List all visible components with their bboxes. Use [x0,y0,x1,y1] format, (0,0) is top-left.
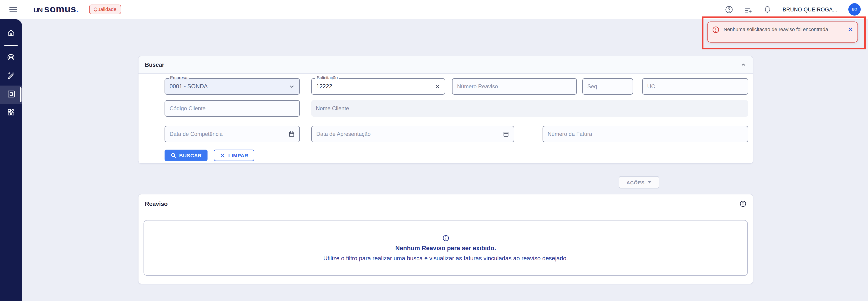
codigo-cliente-placeholder: Código Cliente [169,105,206,112]
empresa-value: 0001 - SONDA [169,83,208,90]
empty-state-subtitle: Utilize o filtro para realizar uma busca… [323,254,568,262]
brand-dot: . [76,3,79,14]
reaviso-panel: Reaviso Nenhum Reaviso para ser exibido.… [138,194,753,284]
main-content: Consulta/Manutenção de Reavisos Buscar E… [22,19,868,301]
brand-text: somus [44,3,76,14]
home-icon [7,29,15,39]
help-icon[interactable] [725,5,734,13]
user-name[interactable]: BRUNO QUEIROGA... [783,7,837,12]
sidebar-item-magic-wand[interactable] [0,67,22,86]
data-apresentacao-placeholder: Data de Apresentação [316,131,371,137]
limpar-button-label: LIMPAR [228,153,248,158]
solicitacao-value: 12222 [316,83,332,90]
sidebar-item-home[interactable] [0,25,22,43]
clear-x-icon [220,153,225,158]
clear-icon[interactable] [435,84,440,89]
app: un somus . Qualidade BRUNO QUEIROGA... B… [0,0,868,301]
note-add-icon[interactable] [744,5,752,13]
toast-close-icon[interactable]: ✕ [848,27,853,32]
magic-wand-icon [7,71,15,82]
seq-input[interactable]: Seq. [582,78,633,95]
codigo-cliente-input[interactable]: Código Cliente [164,100,300,117]
broadcast-icon [7,53,15,63]
toast-message: Nenhuma solicitacao de reaviso foi encon… [723,26,832,33]
limpar-button[interactable]: LIMPAR [214,150,254,161]
notifications-icon[interactable] [764,5,772,13]
info-icon[interactable] [740,200,746,207]
nome-cliente-placeholder: Nome Cliente [316,105,349,112]
solicitacao-label: Solicitação [315,76,339,80]
uc-input[interactable]: UC [642,78,748,95]
numero-fatura-input[interactable]: Número da Fatura [542,126,748,142]
sidebar-item-apps[interactable] [0,104,22,122]
empresa-label: Empresa [169,76,189,80]
buscar-button-label: BUSCAR [179,153,202,158]
calendar-icon[interactable] [288,131,295,137]
chevron-down-icon[interactable] [289,84,295,89]
calendar-icon[interactable] [503,131,509,137]
data-apresentacao-input[interactable]: Data de Apresentação [311,126,514,142]
apps-icon [7,108,15,118]
reaviso-panel-title: Reaviso [145,200,168,207]
numero-reaviso-placeholder: Número Reaviso [457,83,498,90]
data-competencia-input[interactable]: Data de Competência [164,126,300,142]
seq-placeholder: Seq. [587,83,598,90]
empresa-select[interactable]: Empresa 0001 - SONDA [164,78,300,95]
sidebar-nav [0,19,22,301]
chevron-up-icon[interactable] [741,62,746,68]
info-icon [442,235,449,241]
acoes-dropdown-button[interactable]: AÇÕES [619,176,659,188]
avatar[interactable]: BQ [848,3,861,16]
search-icon [170,152,177,158]
error-icon [712,26,719,33]
sidebar-item-broadcast[interactable] [0,49,22,67]
sidebar-divider [4,45,18,46]
data-competencia-placeholder: Data de Competência [169,131,223,137]
caret-down-icon [648,181,652,183]
environment-badge: Qualidade [89,5,121,14]
brand-logo: un somus . [33,3,79,15]
reaviso-empty-state: Nenhum Reaviso para ser exibido. Utilize… [144,220,748,276]
search-panel-header[interactable]: Buscar [138,56,753,73]
buscar-button[interactable]: BUSCAR [164,150,208,161]
numero-fatura-placeholder: Número da Fatura [548,131,592,137]
search-panel-title: Buscar [145,62,164,68]
brand-glyph: un [33,3,42,15]
hamburger-menu-icon[interactable] [9,5,18,14]
numero-reaviso-input[interactable]: Número Reaviso [452,78,577,95]
search-panel: Buscar Empresa 0001 - SONDA Solicitação … [138,56,753,164]
sidebar-item-reaviso[interactable] [0,86,22,104]
solicitacao-input[interactable]: Solicitação 12222 [311,78,445,95]
uc-placeholder: UC [647,83,655,90]
error-toast: Nenhuma solicitacao de reaviso foi encon… [707,22,858,42]
qr-frame-icon [7,89,15,100]
empty-state-title: Nenhum Reaviso para ser exibido. [395,244,496,251]
acoes-button-label: AÇÕES [626,180,645,185]
nome-cliente-input-disabled: Nome Cliente [311,100,748,117]
top-header: un somus . Qualidade BRUNO QUEIROGA... B… [0,0,868,19]
